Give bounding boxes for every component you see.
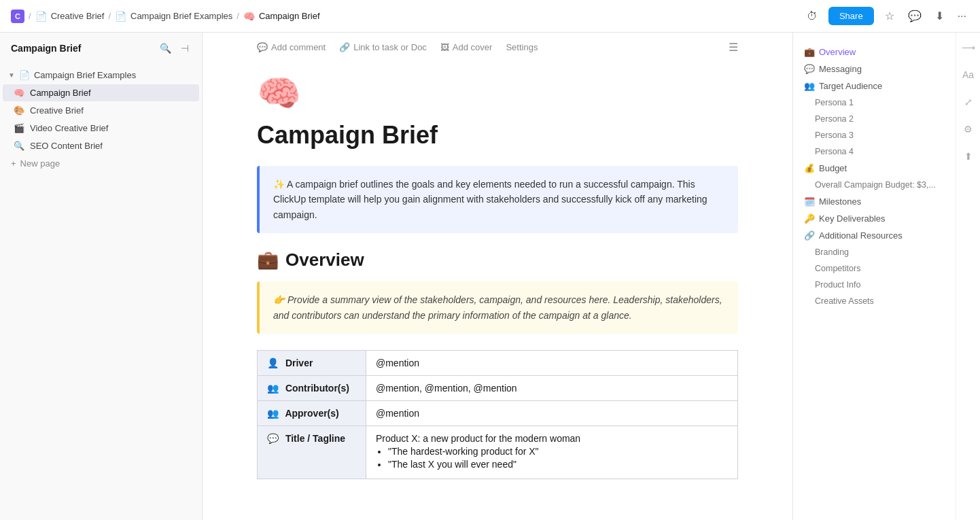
table-row: 👥 Contributor(s) @mention, @mention, @me… bbox=[258, 375, 738, 400]
driver-label: Driver bbox=[285, 358, 313, 368]
toc-item[interactable]: 🔑Key Deliverables bbox=[793, 210, 956, 227]
table-cell-label: 👥 Contributor(s) bbox=[258, 375, 366, 400]
share-edge-button[interactable]: ⬆ bbox=[962, 148, 975, 164]
breadcrumb-icon-2: 📄 bbox=[115, 11, 126, 22]
toc-item-icon: 💰 bbox=[804, 163, 815, 173]
settings-button[interactable]: Settings bbox=[506, 42, 538, 52]
toc-item[interactable]: 💼Overview bbox=[793, 44, 956, 60]
main-layout: Campaign Brief 🔍 ⊣ ▼ 📄 Campaign Brief Ex… bbox=[0, 33, 980, 520]
comment-label: Add comment bbox=[271, 42, 326, 52]
toc-item[interactable]: 👥Target Audience bbox=[793, 77, 956, 94]
toc-item[interactable]: Persona 1 bbox=[793, 94, 956, 111]
settings-label: Settings bbox=[506, 42, 538, 52]
sidebar-item-video-brief[interactable]: 🎬 Video Creative Brief bbox=[3, 120, 199, 137]
content-area: 💬 Add comment 🔗 Link to task or Doc 🖼 Ad… bbox=[203, 33, 980, 520]
toc-item-icon: 🔑 bbox=[804, 213, 815, 224]
collapse-right-button[interactable]: ⟶ bbox=[959, 39, 978, 56]
toc-item[interactable]: 💬Messaging bbox=[793, 60, 956, 77]
sidebar-parent-label: Campaign Brief Examples bbox=[34, 70, 136, 80]
sidebar-item-creative-brief[interactable]: 🎨 Creative Brief bbox=[3, 102, 199, 119]
tagline-item-1: "The hardest-working product for X" bbox=[388, 446, 728, 457]
breadcrumb-crumb-3[interactable]: Campaign Brief bbox=[259, 11, 320, 21]
sidebar-item-icon-2: 🎨 bbox=[14, 105, 24, 116]
sidebar-header-actions: 🔍 ⊣ bbox=[158, 41, 191, 56]
table-cell-value[interactable]: Product X: a new product for the modern … bbox=[366, 426, 738, 479]
table-cell-value[interactable]: @mention bbox=[366, 400, 738, 426]
toc-item-label: Creative Assets bbox=[815, 296, 874, 306]
section-overview-heading: 💼 Overview bbox=[257, 249, 738, 271]
folder-icon: 📄 bbox=[19, 70, 30, 80]
toc-item-icon: 👥 bbox=[804, 81, 815, 91]
sidebar-item-label-1: Campaign Brief bbox=[30, 88, 91, 98]
tagline-icon: 💬 bbox=[267, 433, 279, 444]
toc-item[interactable]: 🗓️Milestones bbox=[793, 193, 956, 210]
link-icon: 🔗 bbox=[339, 42, 350, 52]
sidebar: Campaign Brief 🔍 ⊣ ▼ 📄 Campaign Brief Ex… bbox=[0, 33, 203, 520]
contributors-label: Contributor(s) bbox=[285, 383, 349, 394]
toc-item-label: Additional Resources bbox=[819, 230, 903, 241]
toc-item[interactable]: Persona 3 bbox=[793, 127, 956, 143]
tagline-label: Title / Tagline bbox=[285, 433, 345, 444]
font-size-button[interactable]: Aa bbox=[960, 67, 977, 83]
gear-button[interactable]: ⚙ bbox=[961, 121, 975, 137]
toc-item-label: Persona 3 bbox=[815, 131, 854, 140]
callout-yellow-text: 👉 Provide a summary view of the stakehol… bbox=[273, 292, 724, 323]
sidebar-nav: ▼ 📄 Campaign Brief Examples 🧠 Campaign B… bbox=[0, 64, 202, 520]
sidebar-add-page[interactable]: + New page bbox=[0, 155, 202, 172]
toc-item[interactable]: Branding bbox=[793, 244, 956, 260]
sidebar-item-parent[interactable]: ▼ 📄 Campaign Brief Examples bbox=[0, 67, 202, 84]
toc-item[interactable]: 🔗Additional Resources bbox=[793, 227, 956, 244]
minimize-button[interactable]: ⬇ bbox=[932, 7, 947, 25]
topbar-actions: ⏱ Share ☆ 💬 ⬇ ··· bbox=[804, 7, 969, 25]
toc-item[interactable]: Competitors bbox=[793, 260, 956, 277]
table-cell-value[interactable]: @mention bbox=[366, 350, 738, 375]
table-cell-label: 👥 Approver(s) bbox=[258, 400, 366, 426]
link-to-task-button[interactable]: 🔗 Link to task or Doc bbox=[339, 42, 427, 52]
arrows-button[interactable]: ⤢ bbox=[962, 94, 975, 110]
toc-item[interactable]: 💰Budget bbox=[793, 160, 956, 177]
sidebar-item-campaign-brief[interactable]: 🧠 Campaign Brief bbox=[3, 84, 199, 101]
toc-item-label: Product Info bbox=[815, 280, 860, 290]
callout-blue: ✨ A campaign brief outlines the goals an… bbox=[257, 166, 738, 233]
toc-item[interactable]: Persona 4 bbox=[793, 143, 956, 160]
breadcrumb-sep-2: / bbox=[108, 11, 111, 21]
breadcrumb-crumb-2[interactable]: Campaign Brief Examples bbox=[130, 11, 232, 21]
outline-button[interactable]: ☰ bbox=[729, 41, 738, 54]
right-edge: ⟶ Aa ⤢ ⚙ ⬆ bbox=[956, 33, 980, 520]
toc-item[interactable]: Creative Assets bbox=[793, 293, 956, 309]
sidebar-item-label-4: SEO Content Brief bbox=[30, 141, 103, 151]
toc-item-label: Persona 2 bbox=[815, 114, 854, 124]
callout-blue-text: ✨ A campaign brief outlines the goals an… bbox=[273, 177, 724, 222]
doc-title[interactable]: Campaign Brief bbox=[257, 121, 738, 150]
breadcrumb-crumb-1[interactable]: Creative Brief bbox=[51, 11, 105, 21]
history-button[interactable]: ⏱ bbox=[804, 7, 820, 25]
toc-item-label: Persona 4 bbox=[815, 147, 854, 156]
overview-icon: 💼 bbox=[257, 249, 279, 271]
toc-item-icon: 🔗 bbox=[804, 230, 815, 241]
sidebar-collapse-button[interactable]: ⊣ bbox=[179, 41, 191, 56]
table-cell-value[interactable]: @mention, @mention, @mention bbox=[366, 375, 738, 400]
more-button[interactable]: ··· bbox=[955, 7, 969, 25]
share-button[interactable]: Share bbox=[828, 7, 874, 25]
toc-item-label: Overview bbox=[819, 47, 856, 57]
chat-button[interactable]: 💬 bbox=[905, 7, 924, 25]
add-cover-button[interactable]: 🖼 Add cover bbox=[440, 42, 493, 52]
add-page-label: New page bbox=[20, 158, 60, 169]
star-button[interactable]: ☆ bbox=[882, 7, 897, 25]
toc-item[interactable]: Product Info bbox=[793, 277, 956, 293]
breadcrumb-sep-3: / bbox=[237, 11, 239, 21]
toc-item[interactable]: Persona 2 bbox=[793, 111, 956, 127]
add-comment-button[interactable]: 💬 Add comment bbox=[257, 42, 326, 52]
tagline-item-2: "The last X you will ever need" bbox=[388, 459, 728, 470]
link-label: Link to task or Doc bbox=[353, 42, 427, 52]
toc-item[interactable]: Overall Campaign Budget: $3,... bbox=[793, 177, 956, 193]
breadcrumb-sep-1: / bbox=[29, 11, 31, 21]
sidebar-search-button[interactable]: 🔍 bbox=[158, 41, 173, 56]
sidebar-item-seo-brief[interactable]: 🔍 SEO Content Brief bbox=[3, 137, 199, 154]
doc-icon: 🧠 bbox=[257, 73, 738, 114]
contributors-icon: 👥 bbox=[267, 383, 279, 394]
toc-item-label: Budget bbox=[819, 163, 847, 173]
overview-table: 👤 Driver @mention 👥 Contributor(s) @ment… bbox=[257, 350, 738, 479]
sidebar-title: Campaign Brief bbox=[11, 43, 81, 54]
callout-yellow: 👉 Provide a summary view of the stakehol… bbox=[257, 281, 738, 334]
